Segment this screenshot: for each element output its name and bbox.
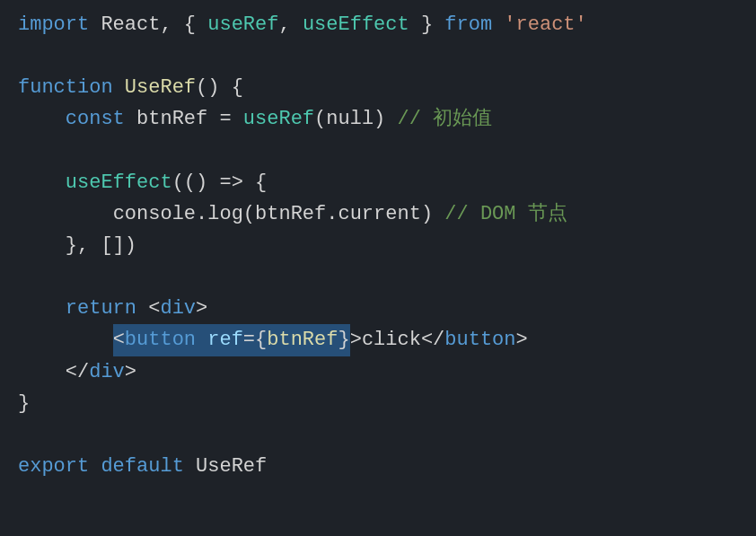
code-line-5	[18, 136, 738, 167]
code-line-9	[18, 261, 738, 293]
code-line-11: <button ref={btnRef}>click</button>	[18, 324, 738, 356]
code-line-10: return <div>	[18, 293, 738, 324]
keyword-from: from	[444, 9, 492, 40]
highlighted-jsx: <button ref={btnRef}	[113, 324, 350, 356]
code-line-7: console.log(btnRef.current) // DOM 节点	[18, 198, 738, 230]
code-line-13: }	[18, 388, 738, 419]
code-line-12: </div>	[18, 356, 738, 388]
code-line-6: useEffect(() => {	[18, 167, 738, 198]
code-line-1: import React, { useRef, useEffect } from…	[18, 9, 738, 40]
code-line-2	[18, 40, 738, 72]
keyword-import: import	[18, 9, 89, 40]
code-editor: import React, { useRef, useEffect } from…	[0, 0, 756, 536]
code-line-15: export default UseRef	[18, 451, 738, 482]
code-line-4: const btnRef = useRef(null) // 初始值	[18, 103, 738, 135]
code-line-3: function UseRef() {	[18, 72, 738, 103]
code-line-14	[18, 419, 738, 451]
code-line-8: }, [])	[18, 230, 738, 261]
